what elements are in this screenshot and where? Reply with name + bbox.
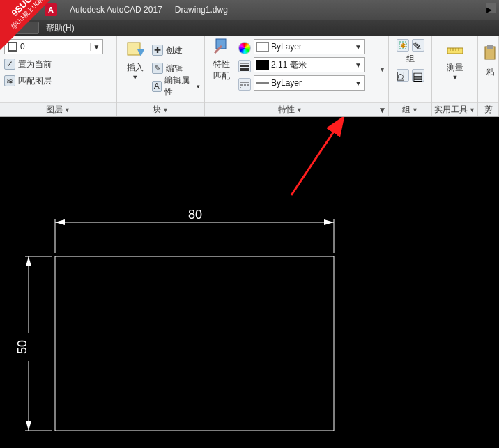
edit-attr-label: 编辑属性 — [164, 75, 194, 98]
color-value: ByLayer — [271, 42, 352, 52]
panel-title-utilities[interactable]: 实用工具▼ — [432, 102, 477, 116]
clipboard-icon — [479, 43, 499, 65]
svg-marker-30 — [26, 256, 31, 266]
chevron-down-icon: ▼ — [352, 61, 364, 69]
panel-utilities: 测量 ▼ 实用工具▼ — [432, 36, 478, 116]
set-current-label: 置为当前 — [18, 59, 52, 70]
group-create-icon[interactable]: ✱ — [397, 39, 409, 52]
group-ungroup-icon[interactable]: ⌼ — [397, 69, 409, 82]
title-right-icon: ▸ — [486, 3, 496, 13]
create-block-button[interactable]: ✚ 创建 — [152, 43, 200, 57]
edit-attr-icon: A — [152, 81, 162, 92]
menu-help[interactable]: 帮助(H) — [43, 22, 77, 34]
panel-title-properties[interactable]: 特性▼ — [205, 102, 376, 116]
dimension-vertical: 50 — [15, 256, 52, 431]
lineweight-selector[interactable]: 2.11 毫米 ▼ — [254, 57, 365, 72]
svg-rect-21 — [487, 45, 493, 49]
match-prop-icon — [210, 38, 233, 57]
color-selector[interactable]: ByLayer ▼ — [254, 39, 365, 54]
ribbon: 0 ▼ ✓ 置为当前 ≋ 匹配图层 图层▼ 插入 ▼ — [0, 36, 499, 117]
match-layer-icon: ≋ — [4, 75, 15, 86]
match-properties-button[interactable]: 特性 匹配 — [209, 39, 234, 81]
svg-text:✱: ✱ — [400, 42, 406, 49]
quick-access-toolbar[interactable] — [6, 22, 39, 34]
lineweight-swatch — [256, 60, 269, 70]
svg-marker-31 — [26, 421, 31, 431]
annotation-arrow — [291, 117, 344, 195]
panel-title-layers[interactable]: 图层▼ — [0, 102, 116, 116]
create-block-label: 创建 — [166, 45, 183, 56]
insert-label: 插入 — [127, 62, 144, 74]
match-layer-label: 匹配图层 — [18, 75, 52, 87]
dimension-horizontal: 80 — [55, 206, 334, 253]
file-name: Drawing1.dwg — [175, 5, 228, 15]
edit-block-button[interactable]: ✎ 编辑 — [152, 61, 200, 75]
linetype-selector[interactable]: ByLayer ▼ — [254, 75, 365, 91]
svg-rect-3 — [128, 43, 140, 55]
edit-block-label: 编辑 — [166, 63, 183, 75]
linetype-icon[interactable] — [238, 78, 251, 91]
autocad-icon: A — [45, 3, 57, 16]
lineweight-icon[interactable] — [238, 60, 251, 72]
dim-v-value: 50 — [15, 340, 29, 354]
set-current-layer-button[interactable]: ✓ 置为当前 — [4, 57, 112, 71]
insert-block-button[interactable]: 插入 ▼ — [121, 39, 149, 81]
match-prop-label1: 特性 — [213, 59, 230, 70]
edit-attr-button[interactable]: A 编辑属性 ▾ — [152, 79, 200, 93]
lineweight-value: 2.11 毫米 — [271, 59, 352, 71]
color-wheel-icon[interactable] — [238, 42, 251, 54]
panel-title-groups[interactable]: 组▼ — [389, 102, 431, 116]
set-current-icon: ✓ — [4, 59, 15, 70]
panel-layers: 0 ▼ ✓ 置为当前 ≋ 匹配图层 图层▼ — [0, 36, 117, 116]
panel-groups: ✱ ✎ 组 ⌼ ▤ 组▼ — [389, 36, 432, 116]
insert-icon — [124, 39, 146, 61]
linetype-value: ByLayer — [271, 78, 352, 88]
panel-expand[interactable]: ▼ ▼ — [376, 36, 389, 116]
linetype-swatch — [256, 78, 269, 88]
layer-swatch-icon — [8, 42, 17, 52]
svg-marker-25 — [324, 219, 334, 225]
measure-label: 测量 — [447, 62, 463, 74]
create-block-icon: ✚ — [152, 45, 163, 56]
match-prop-label2: 匹配 — [213, 70, 230, 82]
edit-block-icon: ✎ — [152, 63, 163, 74]
dim-h-value: 80 — [188, 208, 202, 222]
svg-marker-24 — [55, 219, 65, 225]
measure-button[interactable]: 测量 ▼ — [436, 39, 474, 81]
chevron-down-icon: ▼ — [352, 43, 364, 51]
paste-button[interactable]: 粘 — [482, 39, 499, 81]
current-layer: 0 — [20, 42, 90, 52]
chevron-down-icon: ▼ — [352, 79, 364, 87]
panel-blocks: 插入 ▼ ✚ 创建 ✎ 编辑 A 编辑属性 ▾ 块▼ — [117, 36, 205, 116]
panel-clipboard: 粘 剪 — [478, 36, 499, 116]
drawing-canvas[interactable]: 80 50 — [0, 117, 499, 448]
panel-title-blocks[interactable]: 块▼ — [117, 102, 204, 116]
svg-rect-15 — [447, 48, 463, 54]
group-label: 组 — [406, 53, 415, 65]
panel-title-clipboard[interactable]: 剪 — [478, 102, 498, 116]
group-edit-icon[interactable]: ✎ — [412, 39, 424, 52]
cad-rectangle — [55, 256, 334, 431]
match-layer-button[interactable]: ≋ 匹配图层 — [4, 74, 112, 88]
measure-icon — [444, 39, 466, 61]
app-title: Autodesk AutoCAD 2017 — [70, 5, 162, 15]
group-manager-icon[interactable]: ▤ — [412, 69, 424, 82]
panel-properties: 特性 匹配 ByLayer ▼ — [205, 36, 376, 116]
layer-selector[interactable]: 0 ▼ — [4, 39, 103, 54]
title-bar: A Autodesk AutoCAD 2017 Drawing1.dwg ▸ — [0, 0, 499, 20]
chevron-down-icon: ▼ — [90, 43, 102, 51]
paste-label: 粘 — [486, 66, 495, 78]
color-swatch — [256, 42, 269, 52]
menu-bar: 帮助(H) — [0, 20, 499, 36]
